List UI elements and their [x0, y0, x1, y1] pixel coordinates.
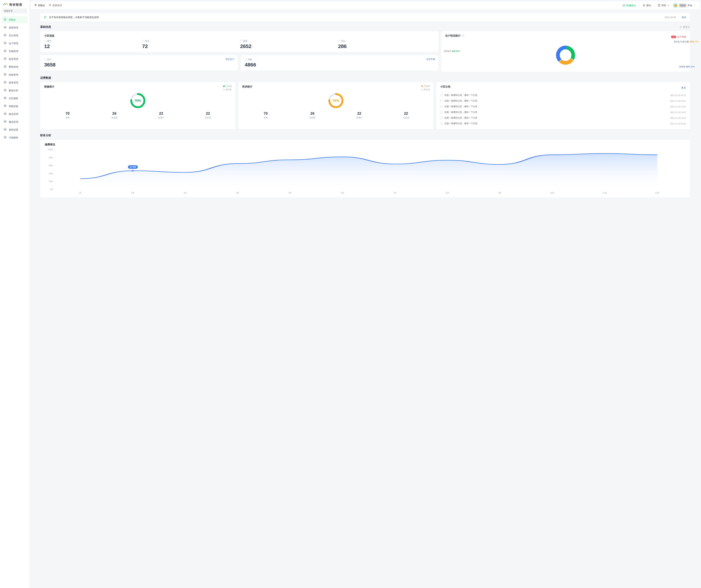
- sidebar-item-label: 订购服务: [9, 136, 18, 139]
- stat-value: 3658: [44, 62, 234, 68]
- stat-value: 72: [142, 43, 238, 49]
- chart-plot: 22.46W: [54, 149, 684, 190]
- sidebar-item-label: 房屋管理: [9, 26, 18, 29]
- sidebar-item-label: 租售管理: [9, 57, 18, 61]
- sidebar-item-label: 住户管理: [9, 42, 18, 45]
- sidebar-item[interactable]: 收银管理: [2, 71, 27, 78]
- svg-point-16: [5, 137, 5, 138]
- search-input-wrap[interactable]: [2, 9, 27, 13]
- section-title-finance: 财务分析: [40, 134, 51, 137]
- hexagon-icon: [4, 81, 7, 84]
- hexagon-icon: [49, 4, 51, 7]
- sidebar-item[interactable]: 财务管理: [2, 79, 27, 86]
- help-link[interactable]: 帮助: [658, 4, 670, 7]
- announcement-text: 这是一条测试公告，测试一下公告: [445, 100, 668, 103]
- stat-label: 单元: [142, 40, 238, 43]
- sidebar: 有你智居 控制台房屋管理车位管理住户管理车辆管理租售管理费用管理收银管理财务管理…: [0, 0, 29, 588]
- sidebar-item[interactable]: 物业应用: [2, 111, 27, 118]
- hexagon-icon: [4, 73, 7, 76]
- ops-metric: 26待处理: [289, 112, 336, 119]
- sidebar-item[interactable]: 数据分析: [2, 87, 27, 94]
- tabs: 控制台房屋管理: [34, 4, 623, 7]
- sidebar-item[interactable]: 订购服务: [2, 134, 27, 141]
- customize-label: 自定义: [683, 25, 690, 29]
- residents-audit-link[interactable]: 10 住户审核: [671, 35, 686, 38]
- hexagon-icon: [4, 112, 7, 116]
- hexagon-icon: [4, 128, 7, 132]
- quick-frontend-link[interactable]: 快捷前台: [623, 4, 636, 7]
- sidebar-item[interactable]: 控制台: [2, 16, 27, 23]
- notify-link[interactable]: 通知: [643, 4, 651, 7]
- tab-label: 房屋管理: [52, 4, 62, 7]
- announcement-item[interactable]: 这是一条测试公告，测试一下公告2021-11-18 15:21: [440, 92, 686, 98]
- announcement-text: 这是一条测试公告，测试一下公告: [445, 116, 668, 120]
- svg-point-13: [5, 114, 5, 114]
- announcement-time: 2021-11-18 15:21: [670, 117, 686, 119]
- svg-point-3: [5, 35, 5, 35]
- sidebar-item[interactable]: 车辆管理: [2, 48, 27, 55]
- stat-value: 4866: [245, 62, 434, 68]
- announcement-item[interactable]: 这是一条测试公告，测试一下公告2021-11-18 15:21: [440, 115, 686, 121]
- announcement-item[interactable]: 这是一条测试公告，测试一下公告2021-11-18 15:21: [440, 110, 686, 115]
- note-icon: [440, 117, 443, 119]
- finance-card: 缴费情况 100%80%60%40%20%0% 22.46W 1月2月3月4月5…: [40, 140, 690, 197]
- notice-date: 2021-10-28: [665, 16, 676, 19]
- book-icon: [658, 4, 661, 7]
- tab[interactable]: 房屋管理: [49, 4, 62, 7]
- sidebar-item-label: 系统设置: [9, 128, 18, 132]
- progress-ring: 76%: [328, 92, 344, 109]
- announcements-more-link[interactable]: 更多: [681, 86, 686, 89]
- svg-point-10: [5, 90, 5, 90]
- sidebar-item[interactable]: 微信应用: [2, 118, 27, 126]
- sidebar-item[interactable]: 租售管理: [2, 55, 27, 63]
- ops-metric: 70全部: [242, 112, 289, 119]
- svg-point-9: [5, 82, 5, 82]
- sidebar-item[interactable]: 车位管理: [2, 32, 27, 39]
- announcement-time: 2021-11-18 15:21: [670, 123, 686, 125]
- sidebar-item[interactable]: 费用管理: [2, 63, 27, 70]
- ops-metric: 22已完成: [383, 112, 429, 119]
- announcement-text: 这是一条测试公告，测试一下公告: [445, 111, 668, 114]
- svg-point-5: [5, 50, 5, 51]
- svg-point-4: [5, 43, 5, 43]
- gear-icon: [679, 26, 682, 28]
- svg-point-14: [5, 121, 5, 122]
- ops-card: 投诉统计 已完成 未完成 76% 70全部26待处理22处理中22已完成: [238, 82, 433, 129]
- note-icon: [440, 106, 443, 108]
- tab[interactable]: 控制台: [34, 4, 45, 7]
- help-label: 帮助: [661, 4, 666, 7]
- mini-card-link[interactable]: 登记住户: [226, 58, 234, 61]
- search-input[interactable]: [4, 10, 31, 12]
- help-icon[interactable]: ?: [462, 34, 464, 37]
- stat-label: 房屋: [240, 40, 336, 43]
- svg-point-12: [5, 106, 5, 106]
- sidebar-item[interactable]: 社区服务: [2, 95, 27, 102]
- sidebar-item[interactable]: 智能设备: [2, 103, 27, 110]
- hexagon-icon: [4, 26, 7, 29]
- customize-link[interactable]: 自定义: [679, 25, 690, 29]
- ops-legend: 已完成 未完成: [223, 85, 232, 91]
- announcement-item[interactable]: 这是一条测试公告，测试一下公告2021-11-18 15:21: [440, 98, 686, 104]
- announcement-item[interactable]: 这是一条测试公告，测试一下公告2021-11-18 15:21: [440, 104, 686, 110]
- ops-metric: 22已完成: [185, 112, 231, 119]
- svg-point-8: [5, 74, 5, 75]
- stat-value: 286: [338, 43, 434, 49]
- sidebar-item[interactable]: 住户管理: [2, 40, 27, 47]
- hexagon-icon: [4, 105, 7, 108]
- note-icon: [440, 111, 443, 114]
- ops-metric: 22处理中: [336, 112, 383, 119]
- announcement-item[interactable]: 这是一条测试公告，测试一下公告2021-11-18 15:21: [440, 121, 686, 126]
- sidebar-item[interactable]: 系统设置: [2, 126, 27, 133]
- hexagon-icon: [4, 136, 7, 139]
- residents-status-title-text: 住户状态统计: [445, 34, 461, 37]
- mini-card-link[interactable]: 添加车辆: [426, 58, 435, 61]
- divider: [654, 4, 655, 7]
- user-menu[interactable]: 😊 ████ 半岛: [673, 3, 696, 8]
- notice-more-link[interactable]: 更多: [682, 16, 686, 19]
- progress-ring: 76%: [130, 92, 146, 109]
- topbar: 控制台房屋管理 快捷前台 通知 帮助 😊: [31, 1, 700, 9]
- svg-point-18: [50, 5, 50, 5]
- sidebar-item[interactable]: 房屋管理: [2, 24, 27, 31]
- brand-name: 有你智居: [9, 3, 22, 7]
- ops-card-title: 报修统计: [44, 85, 231, 88]
